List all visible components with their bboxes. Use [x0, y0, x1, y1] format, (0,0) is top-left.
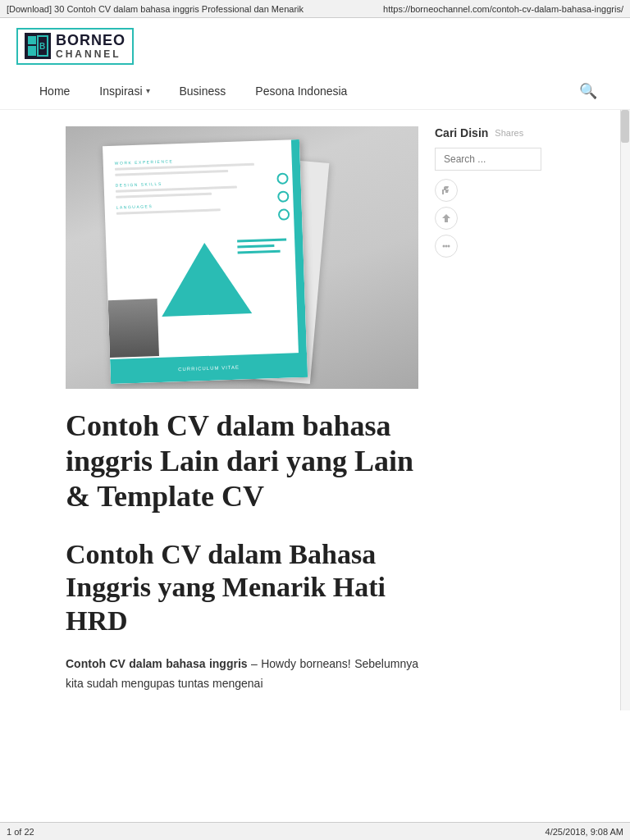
cv-curriculum-vitae-label: CURRICULUM VITAE: [178, 365, 240, 372]
cv-icon-2: [277, 190, 289, 202]
logo-text: BORNEO CHANNEL: [56, 33, 126, 60]
cv-line-4: [116, 193, 212, 199]
svg-point-6: [445, 244, 448, 247]
share-more-button[interactable]: [435, 235, 458, 258]
svg-rect-1: [28, 36, 36, 44]
share-facebook-button[interactable]: [435, 179, 458, 202]
browser-bar: [Download] 30 Contoh CV dalam bahasa ing…: [0, 0, 630, 18]
article-title-1: Contoh CV dalam bahasa inggris Lain dari…: [66, 409, 418, 515]
svg-rect-2: [28, 46, 36, 56]
search-box[interactable]: [435, 148, 541, 171]
cv-teal-line-3: [238, 250, 281, 254]
sidebar-search-section: Cari Disin Shares: [435, 126, 558, 258]
site-header: B BORNEO CHANNEL Home Inspirasi ▾ Busine…: [0, 18, 630, 110]
main-content: WORK EXPERIENCE DESIGN SKILLS LANGUAGES: [0, 110, 435, 710]
cv-languages-label: LANGUAGES: [116, 199, 290, 209]
cv-paper-main: WORK EXPERIENCE DESIGN SKILLS LANGUAGES: [103, 139, 308, 384]
svg-point-5: [443, 244, 445, 247]
cv-teal-line-1: [237, 239, 286, 243]
right-scrollbar[interactable]: [620, 110, 630, 710]
logo-box[interactable]: B BORNEO CHANNEL: [16, 28, 134, 65]
cv-line-5: [116, 208, 221, 214]
nav-business[interactable]: Business: [165, 84, 241, 98]
nav-inspirasi[interactable]: Inspirasi ▾: [84, 84, 164, 98]
article-intro-bold: Contoh CV dalam bahasa inggris: [66, 657, 248, 670]
main-wrapper: WORK EXPERIENCE DESIGN SKILLS LANGUAGES: [0, 110, 630, 710]
svg-text:B: B: [39, 42, 45, 51]
social-buttons: [435, 179, 558, 258]
search-icon-header[interactable]: 🔍: [571, 82, 605, 100]
cv-icon-3: [278, 208, 290, 220]
cv-icon-1: [276, 172, 288, 184]
featured-image: WORK EXPERIENCE DESIGN SKILLS LANGUAGES: [66, 126, 418, 389]
chevron-down-icon: ▾: [146, 86, 150, 95]
sidebar: Cari Disin Shares: [435, 110, 566, 710]
thumbs-up-icon: [441, 185, 452, 196]
main-nav: Home Inspirasi ▾ Business Pesona Indones…: [16, 73, 614, 109]
svg-point-7: [448, 244, 450, 247]
cv-teal-line-2: [237, 244, 274, 249]
scrollbar-thumb[interactable]: [621, 110, 629, 143]
cv-paper-stack: WORK EXPERIENCE DESIGN SKILLS LANGUAGES: [90, 143, 394, 372]
cari-disin-label: Cari Disin: [435, 126, 488, 139]
share-icon-1: [441, 212, 452, 224]
cv-work-experience-label: WORK EXPERIENCE: [115, 154, 289, 165]
cv-paper-content: WORK EXPERIENCE DESIGN SKILLS LANGUAGES: [103, 139, 302, 226]
cv-teal-lines: [237, 239, 287, 258]
cv-line-2: [115, 170, 228, 176]
logo-area[interactable]: B BORNEO CHANNEL: [16, 28, 614, 65]
cv-icons-right: [276, 172, 290, 220]
article-intro: Contoh CV dalam bahasa inggris – Howdy b…: [66, 655, 418, 694]
search-input[interactable]: [444, 153, 532, 165]
browser-url: https://borneochannel.com/contoh-cv-dala…: [383, 4, 623, 14]
logo-icon: B: [25, 33, 51, 59]
article-title-2: Contoh CV dalam Bahasa Inggris yang Mena…: [66, 538, 418, 638]
browser-title: [Download] 30 Contoh CV dalam bahasa ing…: [7, 4, 383, 14]
sidebar-title: Cari Disin Shares: [435, 126, 558, 139]
nav-home[interactable]: Home: [25, 84, 84, 98]
cv-design-skills-label: DESIGN SKILLS: [116, 176, 290, 187]
cv-photo: [108, 299, 159, 358]
share-icon-2: [441, 240, 452, 252]
shares-label: Shares: [495, 128, 523, 138]
share-twitter-button[interactable]: [435, 207, 458, 230]
nav-pesona-indonesia[interactable]: Pesona Indonesia: [240, 84, 362, 98]
